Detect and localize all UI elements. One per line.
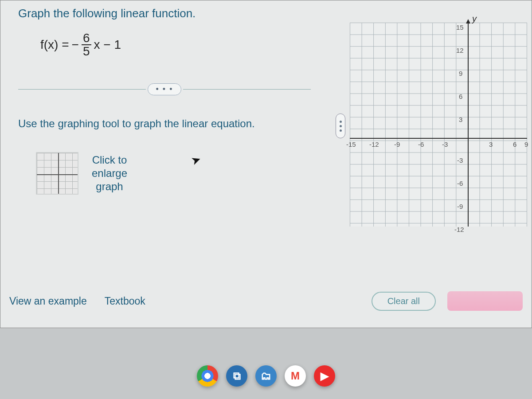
section-divider: • • •: [18, 83, 311, 95]
equation: f(x) = − 6 5 x − 1: [40, 32, 329, 58]
x-tick: -9: [394, 141, 400, 148]
x-tick: -15: [346, 141, 356, 148]
question-panel: Graph the following linear function. f(x…: [5, 0, 342, 302]
graph-grid: [350, 23, 527, 227]
equation-tail: x − 1: [94, 38, 121, 52]
microsoft-store-icon[interactable]: ⧉: [226, 365, 247, 387]
y-tick: 12: [456, 47, 464, 54]
x-tick: -6: [418, 141, 424, 148]
y-tick: -6: [457, 180, 463, 187]
fraction-denominator: 5: [82, 45, 91, 58]
youtube-icon[interactable]: ▶: [314, 365, 335, 387]
y-tick: 15: [456, 23, 464, 31]
equation-lhs: f(x) =: [40, 38, 69, 52]
x-tick: 3: [489, 141, 493, 148]
divider-line-right: [183, 89, 311, 90]
y-axis: [468, 23, 469, 227]
footer-bar: View an example Textbook Clear all: [0, 291, 532, 311]
clear-all-button[interactable]: Clear all: [372, 292, 436, 311]
enlarge-graph-row: Click to enlarge graph: [36, 152, 329, 195]
y-tick: -3: [457, 156, 463, 164]
gmail-icon[interactable]: M: [285, 365, 306, 387]
windows-taskbar: ⧉ 🗂 M ▶: [0, 362, 532, 390]
x-axis: [350, 138, 527, 139]
y-tick: 9: [459, 70, 462, 77]
x-tick: -12: [369, 141, 379, 148]
equation-fraction: 6 5: [82, 32, 91, 58]
x-tick: 9: [524, 141, 528, 148]
y-axis-label: y: [472, 14, 477, 24]
y-tick: 3: [459, 116, 462, 123]
graph-thumbnail[interactable]: [36, 152, 78, 195]
chrome-icon[interactable]: [197, 365, 218, 387]
instruction-text: Use the graphing tool to graph the linea…: [18, 117, 329, 130]
divider-line-left: [18, 89, 146, 90]
x-tick: 6: [513, 141, 516, 148]
textbook-link[interactable]: Textbook: [105, 295, 145, 307]
question-prompt: Graph the following linear function.: [18, 7, 329, 20]
tools-drawer-handle[interactable]: [336, 113, 345, 138]
view-example-link[interactable]: View an example: [9, 295, 87, 307]
y-tick: 6: [459, 93, 462, 100]
y-tick: -9: [457, 203, 463, 210]
fraction-numerator: 6: [82, 32, 91, 45]
file-explorer-icon[interactable]: 🗂: [255, 365, 277, 387]
x-tick: -3: [442, 141, 448, 148]
homework-window: Graph the following linear function. f(x…: [0, 0, 532, 328]
coordinate-graph[interactable]: y 15 12 9 6 3 -3 -6 -9 -12 -15 -12 -9 -6…: [345, 9, 532, 240]
enlarge-graph-label: Click to enlarge graph: [92, 153, 127, 193]
graph-panel: y 15 12 9 6 3 -3 -6 -9 -12 -15 -12 -9 -6…: [345, 9, 532, 249]
check-answer-button[interactable]: [447, 291, 523, 311]
more-options-button[interactable]: • • •: [148, 83, 182, 95]
equation-negative: −: [72, 38, 79, 52]
y-tick: -12: [454, 226, 464, 233]
